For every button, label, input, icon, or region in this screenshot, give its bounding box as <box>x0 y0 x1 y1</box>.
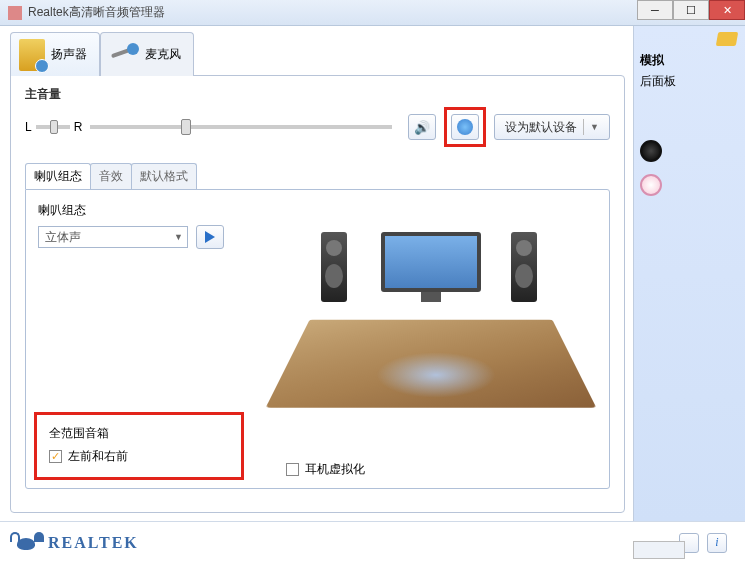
speaker-icon <box>19 39 45 71</box>
balance-left: L <box>25 120 32 134</box>
brand-label: REALTEK <box>48 534 139 552</box>
subtab-effect[interactable]: 音效 <box>90 163 132 189</box>
tab-speaker[interactable]: 扬声器 <box>10 32 100 76</box>
rear-panel-label: 后面板 <box>640 73 739 90</box>
hpvirt-label: 耳机虚拟化 <box>305 461 365 478</box>
checkbox-checked-icon: ✓ <box>49 450 62 463</box>
balance-control: L R <box>25 120 82 134</box>
sub-tabs: 喇叭组态 音效 默认格式 <box>25 163 610 189</box>
globe-icon <box>457 119 473 135</box>
tab-mic-label: 麦克风 <box>145 46 181 63</box>
right-panel: 模拟 后面板 <box>633 26 745 521</box>
environment-button[interactable] <box>451 114 479 140</box>
balance-right: R <box>74 120 83 134</box>
chevron-down-icon: ▼ <box>174 232 183 242</box>
subtab-config[interactable]: 喇叭组态 <box>25 163 91 189</box>
set-default-button[interactable]: 设为默认设备 ▼ <box>494 114 610 140</box>
speaker-config-panel: 喇叭组态 立体声 ▼ 全范围音箱 ✓ 左前和右前 <box>25 189 610 489</box>
room-illustration <box>281 202 581 442</box>
mute-button[interactable] <box>408 114 436 140</box>
speaker-config-combo[interactable]: 立体声 ▼ <box>38 226 188 248</box>
volume-label: 主音量 <box>25 86 610 103</box>
footer: REALTEK i <box>0 521 745 563</box>
device-tabs: 扬声器 麦克风 <box>10 32 625 76</box>
analog-label: 模拟 <box>640 52 739 69</box>
app-icon <box>8 6 22 20</box>
combo-value: 立体声 <box>45 229 81 246</box>
jack-pink[interactable] <box>640 174 662 196</box>
minimize-button[interactable]: ─ <box>637 0 673 20</box>
volume-icon <box>414 120 430 135</box>
close-button[interactable]: ✕ <box>709 0 745 20</box>
speaker-left-icon[interactable] <box>321 232 347 302</box>
config-heading: 喇叭组态 <box>38 202 258 219</box>
fullrange-front-label: 左前和右前 <box>68 448 128 465</box>
headphone-virtualization-checkbox[interactable]: 耳机虚拟化 <box>286 461 365 478</box>
set-default-label: 设为默认设备 <box>505 119 577 136</box>
highlight-environment <box>444 107 486 147</box>
info-button[interactable]: i <box>707 533 727 553</box>
realtek-logo-icon <box>12 532 40 554</box>
microphone-icon <box>109 43 139 67</box>
tab-microphone[interactable]: 麦克风 <box>100 32 194 76</box>
speaker-right-icon[interactable] <box>511 232 537 302</box>
title-bar: Realtek高清晰音频管理器 ─ ☐ ✕ <box>0 0 745 26</box>
maximize-button[interactable]: ☐ <box>673 0 709 20</box>
checkbox-unchecked-icon <box>286 463 299 476</box>
content-panel: 主音量 L R 设为默认设备 ▼ 喇 <box>10 75 625 513</box>
fullrange-heading: 全范围音箱 <box>49 425 229 442</box>
monitor-icon <box>381 232 481 302</box>
subtab-format[interactable]: 默认格式 <box>131 163 197 189</box>
chevron-down-icon: ▼ <box>590 122 599 132</box>
play-test-button[interactable] <box>196 225 224 249</box>
window-title: Realtek高清晰音频管理器 <box>28 4 165 21</box>
main-volume-slider[interactable] <box>90 125 392 129</box>
fullrange-front-checkbox[interactable]: ✓ 左前和右前 <box>49 448 229 465</box>
jack-black[interactable] <box>640 140 662 162</box>
highlight-fullrange: 全范围音箱 ✓ 左前和右前 <box>34 412 244 480</box>
play-icon <box>205 231 215 243</box>
tab-speaker-label: 扬声器 <box>51 46 87 63</box>
folder-icon[interactable] <box>716 32 738 46</box>
balance-slider[interactable] <box>36 125 70 129</box>
ok-button[interactable] <box>633 541 685 559</box>
